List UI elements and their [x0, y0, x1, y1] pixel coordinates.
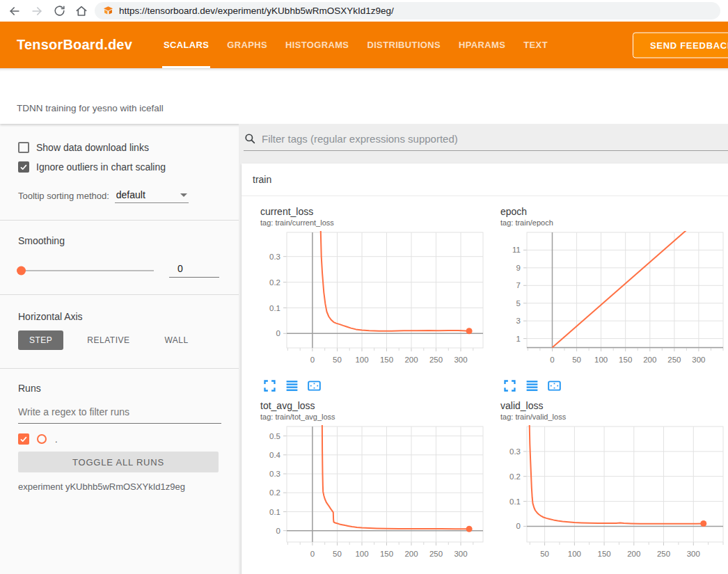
- svg-text:300: 300: [692, 356, 705, 364]
- train-section-header[interactable]: train: [242, 164, 728, 196]
- run-color-swatch-icon: [37, 434, 47, 444]
- divider: [0, 368, 239, 369]
- horizontal-axis-label: Horizontal Axis: [18, 311, 219, 322]
- svg-text:0.5: 0.5: [269, 432, 280, 440]
- svg-text:0.2: 0.2: [269, 278, 280, 287]
- line-chart[interactable]: 0501001502002503001357911: [492, 231, 727, 374]
- tab-scalars[interactable]: SCALARS: [155, 22, 218, 68]
- wall-axis-button[interactable]: WALL: [153, 330, 199, 350]
- svg-text:0.1: 0.1: [269, 508, 280, 516]
- expand-chart-icon[interactable]: [262, 378, 277, 393]
- home-icon[interactable]: [72, 2, 90, 20]
- chart-epoch: epoch tag: train/epoch 05010015020025030…: [492, 206, 728, 393]
- tab-histograms[interactable]: HISTOGRAMS: [276, 22, 358, 68]
- send-feedback-button[interactable]: SEND FEEDBACK: [633, 32, 728, 58]
- svg-text:200: 200: [404, 550, 418, 558]
- chart-title: valid_loss: [500, 400, 728, 411]
- toggle-all-runs-button[interactable]: TOGGLE ALL RUNS: [18, 452, 219, 472]
- svg-text:0: 0: [276, 329, 280, 337]
- dashboard-main: train current_loss tag: train/current_lo…: [239, 124, 728, 574]
- chart-tag: tag: train/epoch: [500, 218, 728, 227]
- forward-icon[interactable]: [28, 2, 46, 20]
- runs-selector-icon[interactable]: [525, 378, 539, 393]
- tab-distributions[interactable]: DISTRIBUTIONS: [358, 22, 450, 68]
- nav-tabs: SCALARS GRAPHS HISTOGRAMS DISTRIBUTIONS …: [155, 22, 557, 68]
- tensorboard-brand[interactable]: TensorBoard.dev: [17, 37, 132, 53]
- url-bar[interactable]: https://tensorboard.dev/experiment/yKUbh…: [95, 2, 720, 19]
- tab-hparams[interactable]: HPARAMS: [450, 22, 514, 68]
- ignore-outliers-checkbox[interactable]: Ignore outliers in chart scaling: [18, 157, 219, 177]
- expand-chart-icon[interactable]: [503, 378, 517, 393]
- svg-text:100: 100: [355, 356, 368, 364]
- svg-text:100: 100: [568, 550, 581, 558]
- url-text: https://tensorboard.dev/experiment/yKUbh…: [119, 6, 394, 16]
- svg-text:250: 250: [667, 356, 681, 364]
- smoothing-value-input[interactable]: 0: [169, 263, 219, 278]
- svg-text:50: 50: [333, 356, 342, 364]
- svg-text:150: 150: [598, 550, 611, 558]
- svg-text:300: 300: [687, 550, 700, 558]
- smoothing-label: Smoothing: [18, 235, 219, 246]
- svg-text:200: 200: [404, 356, 418, 364]
- svg-text:0: 0: [310, 550, 315, 558]
- chart-title: current_loss: [260, 206, 492, 217]
- tab-graphs[interactable]: GRAPHS: [218, 22, 276, 68]
- checkbox-checked-icon[interactable]: [18, 161, 29, 173]
- chart-title: tot_avg_loss: [260, 400, 492, 411]
- experiment-id-label: experiment yKUbhb5wRmOSXYkId1z9eg: [18, 481, 219, 492]
- line-chart[interactable]: 05010015020025030000.10.20.3: [252, 231, 487, 374]
- smoothing-slider[interactable]: [18, 270, 154, 271]
- filter-tags-row: [244, 132, 728, 151]
- experiment-title: TDNN training for yesno with icefall: [17, 103, 164, 113]
- tab-text[interactable]: TEXT: [514, 22, 557, 68]
- svg-text:50: 50: [540, 550, 549, 558]
- svg-text:200: 200: [627, 550, 640, 558]
- line-chart[interactable]: 5010015020025030000.10.20.3: [492, 425, 727, 568]
- svg-text:100: 100: [355, 550, 368, 558]
- run-row[interactable]: .: [18, 433, 219, 445]
- slider-thumb[interactable]: [17, 266, 26, 275]
- filter-tags-input[interactable]: [262, 133, 728, 145]
- svg-text:0.3: 0.3: [269, 253, 280, 261]
- svg-text:0: 0: [550, 356, 554, 364]
- svg-text:150: 150: [619, 356, 632, 364]
- back-icon[interactable]: [6, 2, 24, 20]
- app-header: TensorBoard.dev SCALARS GRAPHS HISTOGRAM…: [0, 22, 728, 68]
- run-name: .: [55, 434, 58, 445]
- chart-tag: tag: train/current_loss: [260, 218, 492, 227]
- chart-tag: tag: train/tot_avg_loss: [260, 413, 492, 421]
- svg-text:0.3: 0.3: [509, 447, 521, 456]
- runs-selector-icon[interactable]: [285, 378, 299, 393]
- charts-grid: current_loss tag: train/current_loss 050…: [242, 196, 728, 574]
- experiment-title-bar: TDNN training for yesno with icefall: [0, 68, 728, 124]
- fit-domain-icon[interactable]: [547, 378, 562, 393]
- reload-icon[interactable]: [50, 2, 68, 20]
- svg-text:50: 50: [572, 356, 581, 364]
- chevron-down-icon: [180, 193, 187, 197]
- line-chart[interactable]: 05010015020025030000.10.20.30.40.5: [252, 425, 487, 568]
- svg-text:50: 50: [333, 550, 342, 558]
- chart-tot-avg-loss: tot_avg_loss tag: train/tot_avg_loss 050…: [252, 400, 492, 574]
- svg-text:3: 3: [516, 317, 521, 325]
- runs-regex-input[interactable]: [18, 406, 221, 424]
- svg-text:250: 250: [429, 550, 443, 558]
- divider: [0, 294, 239, 295]
- svg-text:0.1: 0.1: [509, 497, 521, 506]
- svg-text:250: 250: [429, 356, 443, 364]
- fit-domain-icon[interactable]: [307, 378, 322, 393]
- runs-label: Runs: [18, 383, 219, 394]
- svg-text:9: 9: [516, 264, 521, 272]
- show-download-links-checkbox[interactable]: Show data download links: [18, 138, 219, 157]
- tooltip-sorting-select[interactable]: default: [115, 189, 189, 203]
- run-checkbox[interactable]: [18, 433, 29, 445]
- chart-tag: tag: train/valid_loss: [500, 413, 728, 421]
- svg-text:300: 300: [454, 550, 467, 558]
- checkbox-unchecked-icon[interactable]: [18, 142, 29, 153]
- svg-text:300: 300: [454, 356, 467, 364]
- chart-valid-loss: valid_loss tag: train/valid_loss 5010015…: [492, 400, 728, 574]
- svg-text:0.4: 0.4: [269, 451, 281, 459]
- svg-text:5: 5: [516, 299, 521, 308]
- step-axis-button[interactable]: STEP: [18, 330, 63, 350]
- relative-axis-button[interactable]: RELATIVE: [76, 330, 141, 350]
- svg-text:0.1: 0.1: [269, 304, 280, 312]
